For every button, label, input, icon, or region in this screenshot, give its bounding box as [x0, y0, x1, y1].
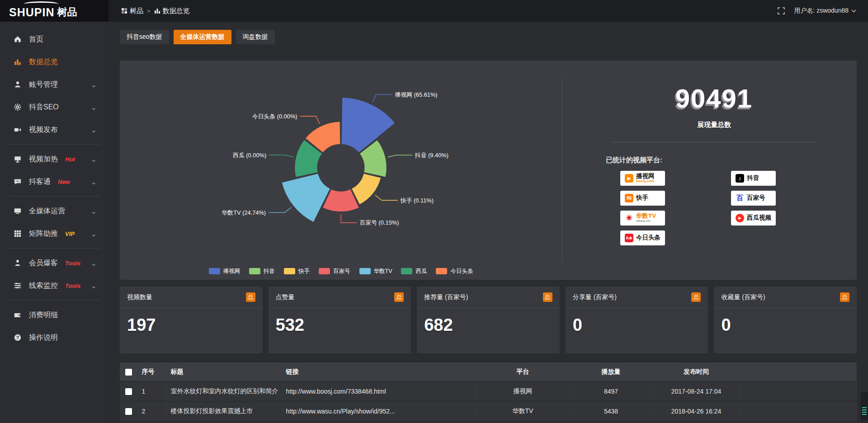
- chevron-down-icon: [851, 9, 856, 13]
- sidebar-item-lead-monitor[interactable]: 线索监控 Tools ⌄: [0, 274, 108, 297]
- sidebar-item-label: 视频加热: [29, 155, 58, 164]
- platform-name: 今日头条: [636, 235, 660, 241]
- platform-subtext: boosj.com: [636, 179, 655, 183]
- sidebar-item-video-publish[interactable]: 视频发布 ⌄: [0, 118, 108, 141]
- sidebar-item-home[interactable]: 首页: [0, 28, 108, 51]
- floating-widget[interactable]: [861, 392, 868, 420]
- sidebar-item-label: 线索监控: [29, 281, 58, 291]
- stat-cards: 视频数量总 197 点赞量总 532 推荐量 (百家号)总 682 分享量 (百…: [120, 287, 857, 353]
- sidebar-item-label: 矩阵助推: [29, 229, 58, 239]
- platform-badge-xigua[interactable]: ▶ 西瓜视频: [731, 211, 776, 226]
- app-grid-icon: [121, 8, 127, 14]
- table-row-partial: [120, 421, 857, 423]
- tab-inquiry-data[interactable]: 询盘数据: [236, 30, 275, 44]
- xigua-logo-icon: ▶: [736, 214, 744, 222]
- cell-title-link[interactable]: 楼体投影灯投影效果震撼上市: [167, 401, 282, 421]
- pie-label: 今日头条 (0.00%): [252, 113, 297, 120]
- legend-item-西瓜[interactable]: 西瓜: [401, 268, 427, 275]
- platform-badge-wasu[interactable]: ✳ 华数TVwasu.cn: [620, 211, 665, 226]
- stat-card-value: 197: [120, 308, 263, 335]
- topbar: SHUPIN 树品 树品 > 数据总览 用户名: zswodun88: [0, 0, 868, 22]
- logo-arc-decoration: [24, 1, 59, 7]
- pie-label: 华数TV (24.74%): [222, 209, 266, 216]
- widget-bar: [862, 414, 867, 415]
- summary-divider: [612, 142, 816, 142]
- pie-label-line: [341, 214, 357, 223]
- rose-chart: 播视网 (65.61%)抖音 (9.40%)快手 (0.11%)百家号 (0.1…: [120, 64, 562, 263]
- hot-tag: Hot: [65, 156, 75, 163]
- sidebar-item-spending-details[interactable]: 消费明细: [0, 304, 108, 326]
- legend-swatch: [209, 268, 220, 274]
- chevron-down-icon: ⌄: [91, 207, 97, 216]
- legend-item-华数TV[interactable]: 华数TV: [359, 268, 392, 275]
- cell-title-link[interactable]: 室外水纹灯和室内水纹灯的区别和简介: [167, 381, 282, 401]
- total-badge[interactable]: 总: [840, 292, 849, 302]
- chevron-down-icon: ⌄: [91, 230, 97, 238]
- platform-badge-baijiahao[interactable]: 百 百家号: [731, 191, 776, 206]
- wasu-logo-icon: ✳: [625, 214, 633, 222]
- sidebar-item-instructions[interactable]: ? 操作说明: [0, 326, 108, 349]
- stat-card-recommendations: 推荐量 (百家号)总 682: [417, 287, 560, 353]
- legend-item-今日头条[interactable]: 今日头条: [436, 268, 473, 275]
- pie-slice-华数TV[interactable]: [281, 173, 330, 222]
- legend-item-播视网[interactable]: 播视网: [209, 268, 241, 275]
- platforms-heading: 已统计的视频平台:: [606, 156, 839, 164]
- display-icon: [14, 155, 22, 163]
- legend-swatch: [401, 268, 412, 274]
- fullscreen-icon[interactable]: [778, 7, 785, 14]
- total-badge[interactable]: 总: [246, 292, 255, 302]
- chevron-down-icon: ⌄: [91, 103, 97, 112]
- sidebar-item-douketong[interactable]: 抖客通 New ⌄: [0, 170, 108, 193]
- legend-item-抖音[interactable]: 抖音: [249, 268, 275, 275]
- legend-item-百家号[interactable]: 百家号: [319, 268, 350, 275]
- select-all-checkbox[interactable]: [125, 369, 132, 376]
- sidebar-item-matrix-boost[interactable]: 矩阵助推 VIP ⌄: [0, 222, 108, 245]
- tab-omnimedia-data[interactable]: 全媒体运营数据: [174, 30, 231, 44]
- col-header-platform: 平台: [476, 362, 569, 381]
- platform-badges-left-column: ▶ 播视网boosj.com 96 快手 ✳ 华数TVwasu.cn 头条 今日…: [620, 171, 665, 245]
- legend-item-快手[interactable]: 快手: [284, 268, 310, 275]
- sidebar-item-account-management[interactable]: 账号管理 ⌄: [0, 73, 108, 96]
- platform-name: 百家号: [747, 195, 765, 201]
- cell-index: 1: [138, 381, 167, 401]
- total-badge[interactable]: 总: [394, 292, 404, 302]
- total-badge[interactable]: 总: [691, 292, 701, 302]
- row-checkbox[interactable]: [125, 388, 132, 395]
- app-logo[interactable]: SHUPIN 树品: [0, 0, 108, 22]
- cell-url-link[interactable]: http://www.boosj.com/7338468.html: [282, 381, 476, 401]
- cell-url-link[interactable]: http://www.wasu.cn/Play/show/id/952...: [282, 401, 476, 421]
- breadcrumb-home[interactable]: 树品: [121, 7, 143, 15]
- chevron-down-icon: ⌄: [91, 126, 97, 134]
- topbar-right: 用户名: zswodun88: [778, 7, 868, 15]
- sidebar-item-data-overview[interactable]: 数据总览: [0, 51, 108, 73]
- total-badge[interactable]: 总: [543, 292, 552, 302]
- vip-tag: VIP: [65, 230, 75, 237]
- sidebar-item-video-heat[interactable]: 视频加热 Hot ⌄: [0, 148, 108, 170]
- video-camera-icon: [14, 126, 22, 134]
- platform-badge-douyin[interactable]: ♪ 抖音: [731, 171, 776, 186]
- chevron-down-icon: ⌄: [91, 282, 97, 290]
- sidebar-item-label: 视频发布: [29, 125, 58, 135]
- sidebar-item-omnimedia-operation[interactable]: 全媒体运营 ⌄: [0, 200, 108, 222]
- row-checkbox[interactable]: [125, 408, 132, 415]
- breadcrumb-current[interactable]: 数据总览: [154, 7, 190, 15]
- logo-text-cn: 树品: [57, 5, 77, 19]
- pie-label: 播视网 (65.61%): [395, 91, 438, 98]
- pie-slice-播视网[interactable]: [341, 97, 396, 153]
- table-row: 1 室外水纹灯和室内水纹灯的区别和简介 http://www.boosj.com…: [120, 381, 857, 401]
- platform-badge-boosj[interactable]: ▶ 播视网boosj.com: [620, 171, 665, 186]
- sidebar-item-member-growth[interactable]: 会员爆客 Tools ⌄: [0, 252, 108, 274]
- table-header-row: 序号 标题 链接 平台 播放量 发布时间: [120, 362, 857, 381]
- gear-icon: [14, 103, 22, 111]
- breadcrumb-current-label: 数据总览: [163, 7, 190, 15]
- pie-label-line: [375, 195, 398, 201]
- tools-tag: Tools: [65, 260, 80, 267]
- platform-badge-kuaishou[interactable]: 96 快手: [620, 191, 665, 206]
- pie-label: 快手 (0.11%): [400, 197, 434, 204]
- sidebar-item-douyin-seo[interactable]: 抖音SEO ⌄: [0, 96, 108, 118]
- tab-douyin-seo-data[interactable]: 抖音seo数据: [120, 30, 169, 44]
- user-menu[interactable]: 用户名: zswodun88: [794, 7, 856, 15]
- bar-chart-icon: [154, 8, 160, 14]
- tools-tag: Tools: [65, 282, 80, 289]
- platform-badge-toutiao[interactable]: 头条 今日头条: [620, 230, 665, 245]
